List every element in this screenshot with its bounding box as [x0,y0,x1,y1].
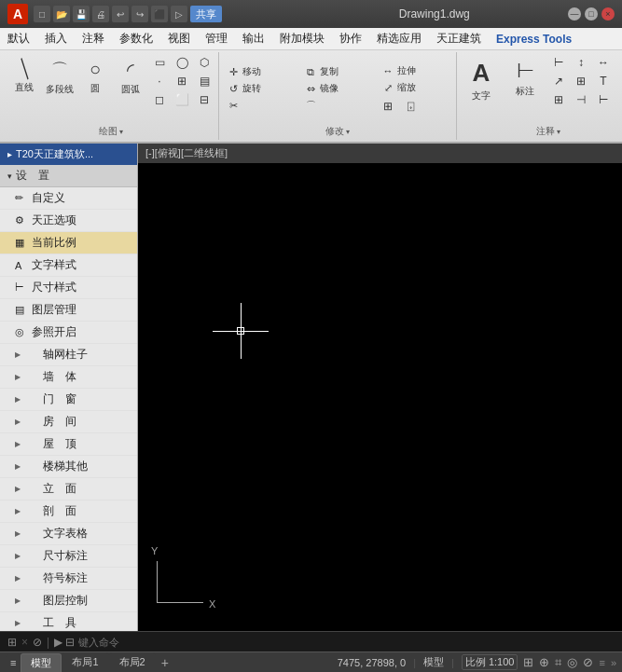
draw-group-arrow[interactable]: ▾ [119,128,123,136]
cmd-icon1[interactable]: ⊞ [7,636,17,649]
snap-toggle[interactable]: ⊕ [539,655,549,669]
menu-view[interactable]: 视图 [160,28,198,49]
sidebar-item-layermgr[interactable]: ▤ 图层管理 [0,299,137,322]
maximize-btn[interactable]: □ [585,7,598,21]
menu-manage[interactable]: 管理 [198,28,235,49]
menu-arch[interactable]: 天正建筑 [429,28,489,49]
annot5-btn[interactable]: ⊞ [548,91,569,108]
sidebar-item-symbol[interactable]: 符号标注 [0,568,137,590]
sidebar-item-door[interactable]: 门 窗 [0,389,137,411]
sidebar-item-dimannot[interactable]: 尺寸标注 [0,545,137,568]
dim2-btn[interactable]: ↕ [571,54,591,71]
status-tab-menu[interactable]: ≡ [6,654,21,671]
tool-fillet[interactable]: ⌒ [300,98,375,114]
sidebar-item-scale[interactable]: ▦ 当前比例 [0,232,137,254]
sidebar-item-roof[interactable]: 屋 顶 [0,433,137,456]
annotate-group-arrow[interactable]: ▾ [557,128,560,136]
tool-rotate[interactable]: ↺ 旋转 [223,81,297,97]
tool-dimension[interactable]: ⊢ 标注 [505,54,546,106]
status-tab-layout2[interactable]: 布局2 [109,652,156,672]
tool-scale[interactable]: ⤢ 缩放 [378,80,452,96]
redo-icon[interactable]: ↪ [131,6,148,22]
sidebar-item-textstyle[interactable]: A 文字样式 [0,254,137,277]
sidebar-item-section[interactable]: 剖 面 [0,501,137,523]
sidebar-item-customize[interactable]: ✏ 自定义 [0,187,137,210]
sidebar-item-table[interactable]: 文字表格 [0,523,137,545]
sidebar-item-layerctrl[interactable]: 图层控制 [0,590,137,612]
cmd-arrow-icon[interactable]: ▶ [54,636,62,649]
rect-btn[interactable]: ▭ [149,54,170,71]
canvas-area[interactable]: [-][俯视][二维线框] Y X [138,144,622,631]
tool-move[interactable]: ✛ 移动 [223,64,297,80]
osnap-toggle[interactable]: ⊘ [583,655,593,669]
menu-parametric[interactable]: 参数化 [112,28,160,49]
menu-insert[interactable]: 插入 [37,28,75,49]
sidebar-item-grid[interactable]: 轴网柱子 [0,344,137,366]
close-btn[interactable]: × [601,7,615,21]
tool-polyline[interactable]: ⌒ 多段线 [43,54,76,106]
extend-icon[interactable]: ⌺ [400,98,421,115]
menu-express[interactable]: Express Tools [489,30,579,48]
sidebar-item-wall[interactable]: 墙 体 [0,366,137,389]
modify-group-arrow[interactable]: ▾ [346,128,350,136]
table-btn[interactable]: ⊞ [571,73,591,89]
gradient-btn[interactable]: ▤ [194,73,214,89]
tool-text[interactable]: A 文字 [461,54,502,106]
annot4-btn[interactable]: ⊟ [615,73,622,89]
status-tab-layout1[interactable]: 布局1 [62,652,108,672]
tool-copy[interactable]: ⧉ 复制 [300,64,375,80]
tool-stretch[interactable]: ↔ 拉伸 [378,63,452,79]
mtext-btn[interactable]: T [593,73,614,89]
new-icon[interactable]: □ [34,6,50,22]
annot7-btn[interactable]: ⊢ [593,91,614,108]
menu-collab[interactable]: 协作 [332,28,369,49]
wipe-btn[interactable]: ⊟ [194,91,214,108]
tool-mirror[interactable]: ⇔ 镜像 [300,81,375,97]
menu-annotate[interactable]: 注释 [75,28,112,49]
add-layout-btn[interactable]: + [156,653,174,672]
menu-default[interactable]: 默认 [0,28,37,49]
annot8-btn[interactable]: ⌺ [615,91,622,108]
sidebar-item-stair[interactable]: 楼梯其他 [0,456,137,478]
sidebar-section-settings[interactable]: ▾ 设 置 [0,165,137,187]
hatch-btn[interactable]: ⊞ [172,73,192,89]
status-right-btn[interactable]: ≡ [599,657,604,668]
tool-circle[interactable]: ○ 圆 [78,54,112,106]
scale-display[interactable]: 比例 1:100 [462,654,518,670]
sidebar-item-elevation[interactable]: 立 面 [0,478,137,501]
region-btn[interactable]: ⬜ [172,91,192,108]
undo-icon[interactable]: ↩ [112,6,129,22]
polar-toggle[interactable]: ◎ [567,655,577,669]
command-input[interactable] [78,637,615,648]
toolbar-icon1[interactable]: ⬛ [151,6,168,22]
save-icon[interactable]: 💾 [73,6,90,22]
point-btn[interactable]: · [149,73,170,89]
grid-toggle[interactable]: ⊞ [523,655,533,669]
boundary-btn[interactable]: ◻ [149,91,170,108]
open-icon[interactable]: 📂 [53,6,70,22]
canvas-view[interactable]: Y X [138,163,622,631]
poly-btn[interactable]: ⬡ [194,54,214,71]
leader-btn[interactable]: ↗ [548,73,569,89]
dim3-btn[interactable]: ↔ [593,54,614,71]
minimize-btn[interactable]: — [568,7,581,21]
tool-arc[interactable]: ◜ 圆弧 [114,54,147,106]
toolbar-icon2[interactable]: ▷ [171,6,187,22]
print-icon[interactable]: 🖨 [92,6,109,22]
ellipse-btn[interactable]: ◯ [172,54,192,71]
array-icon[interactable]: ⊞ [378,98,398,115]
tool-line[interactable]: ╱ 直线 [7,54,41,106]
status-expand[interactable]: » [611,657,616,668]
menu-output[interactable]: 输出 [235,28,272,49]
tool-trim[interactable]: ✂ [223,98,297,114]
share-btn[interactable]: 共享 [190,6,222,22]
dim1-btn[interactable]: ⊢ [548,54,569,71]
menu-featured[interactable]: 精选应用 [369,28,429,49]
sidebar-item-options[interactable]: ⚙ 天正选项 [0,210,137,232]
menu-addons[interactable]: 附加模块 [272,28,332,49]
dim4-btn[interactable]: ⌗ [615,54,622,71]
cmd-icon3[interactable]: ⊟ [65,636,75,649]
status-tab-model[interactable]: 模型 [21,653,62,672]
sidebar-item-dimstyle[interactable]: ⊢ 尺寸样式 [0,277,137,299]
sidebar-item-tools2[interactable]: 工 具 [0,612,137,631]
